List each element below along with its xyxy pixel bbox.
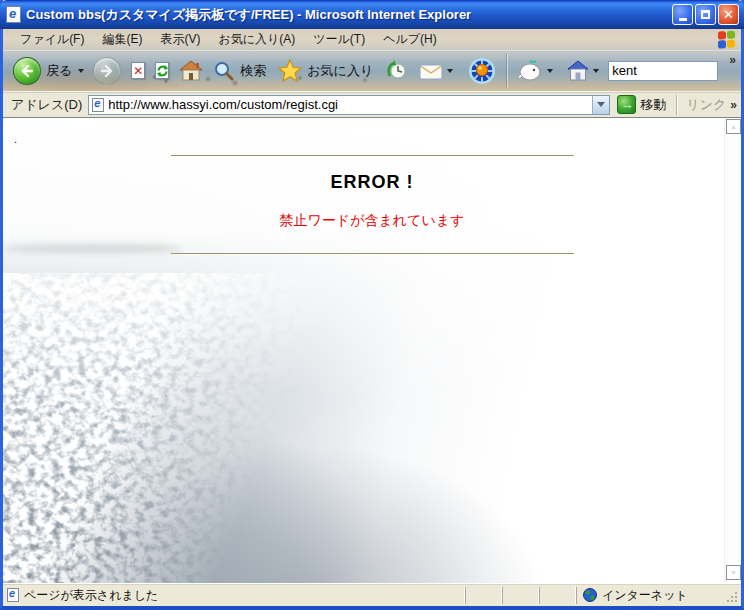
menu-help[interactable]: ヘルプ(H) xyxy=(374,29,446,50)
close-button[interactable]: ✕ xyxy=(718,4,739,25)
stop-icon: ✕ xyxy=(131,62,145,79)
toolbar-search-input[interactable] xyxy=(608,61,718,81)
search-icon xyxy=(213,60,235,82)
minimize-button[interactable] xyxy=(672,4,693,25)
ie-document-icon xyxy=(6,6,21,23)
security-zone-pane: インターネット xyxy=(576,587,741,604)
browser-window: Custom bbs(カスタマイズ掲示板です/FREE) - Microsoft… xyxy=(0,0,744,610)
surf-foam-texture xyxy=(3,273,443,583)
back-icon xyxy=(13,57,41,85)
toolbar-separator xyxy=(506,54,508,88)
go-label[interactable]: 移動 xyxy=(640,96,666,114)
home-alt-icon xyxy=(567,60,589,81)
vertical-scrollbar[interactable]: ▲ ▼ xyxy=(724,118,741,583)
home-alt-dropdown-icon[interactable] xyxy=(593,69,599,73)
links-chevron[interactable]: » xyxy=(730,98,737,112)
refresh-button[interactable] xyxy=(150,54,174,88)
toolbar-background: ファイル(F) 編集(E) 表示(V) お気に入り(A) ツール(T) ヘルプ(… xyxy=(3,29,741,91)
mail-button[interactable] xyxy=(414,54,462,88)
back-button[interactable]: 戻る xyxy=(13,57,88,85)
windows-logo-icon xyxy=(718,30,737,49)
ie-page-icon xyxy=(92,98,104,112)
menu-bar: ファイル(F) 編集(E) 表示(V) お気に入り(A) ツール(T) ヘルプ(… xyxy=(3,29,741,51)
search-label: 検索 xyxy=(240,62,266,80)
gear-orb-button[interactable] xyxy=(462,54,502,88)
status-pane xyxy=(465,587,502,604)
page-content: . ERROR ! 禁止ワードが含まれています ▲ ▼ xyxy=(3,117,741,583)
home-icon xyxy=(179,60,203,81)
scroll-up-button[interactable]: ▲ xyxy=(726,119,741,134)
address-label: アドレス(D) xyxy=(11,96,82,114)
address-combo[interactable]: http://www.hassyi.com/custom/regist.cgi xyxy=(88,95,610,115)
toolbar-overflow-chevron[interactable]: » xyxy=(729,53,736,67)
forward-button[interactable] xyxy=(88,54,126,88)
status-page-icon xyxy=(7,588,19,602)
status-message: ページが表示されました xyxy=(24,587,465,604)
gear-orb-icon xyxy=(467,56,497,86)
back-dropdown-icon[interactable] xyxy=(78,69,84,73)
history-icon xyxy=(385,59,409,83)
mascot-button[interactable] xyxy=(512,54,562,88)
back-label: 戻る xyxy=(46,62,72,80)
maximize-button[interactable] xyxy=(695,4,716,25)
favorites-button[interactable]: お気に入り xyxy=(273,54,380,88)
home-alt-button[interactable] xyxy=(562,54,608,88)
address-separator xyxy=(676,95,678,115)
mascot-dropdown-icon[interactable] xyxy=(547,69,553,73)
security-zone-label: インターネット xyxy=(602,587,688,604)
mail-dropdown-icon[interactable] xyxy=(447,69,453,73)
title-bar[interactable]: Custom bbs(カスタマイズ掲示板です/FREE) - Microsoft… xyxy=(0,0,744,29)
window-title: Custom bbs(カスタマイズ掲示板です/FREE) - Microsoft… xyxy=(26,6,670,24)
address-dropdown-button[interactable] xyxy=(592,96,609,114)
close-icon: ✕ xyxy=(723,8,734,21)
menu-favorites[interactable]: お気に入り(A) xyxy=(209,29,304,50)
internet-globe-icon xyxy=(583,588,597,602)
resize-grip[interactable] xyxy=(735,600,737,602)
menu-edit[interactable]: 編集(E) xyxy=(93,29,151,50)
horizontal-rule-top xyxy=(171,155,574,157)
standard-toolbar: 戻る ✕ xyxy=(3,51,741,90)
go-button[interactable]: → xyxy=(617,95,636,114)
search-button[interactable]: 検索 xyxy=(208,54,273,88)
mascot-icon xyxy=(517,59,543,83)
minimize-icon xyxy=(679,18,687,21)
chevron-down-icon xyxy=(597,102,605,107)
error-message: 禁止ワードが含まれています xyxy=(3,212,741,230)
stop-button[interactable]: ✕ xyxy=(126,54,150,88)
favorites-star-icon xyxy=(278,59,302,82)
history-button[interactable] xyxy=(380,54,414,88)
maximize-icon xyxy=(701,10,710,19)
refresh-icon xyxy=(155,62,169,79)
scroll-down-button[interactable]: ▼ xyxy=(726,565,741,580)
forward-icon xyxy=(93,57,121,85)
error-title: ERROR ! xyxy=(3,172,741,193)
menu-file[interactable]: ファイル(F) xyxy=(11,29,93,50)
address-bar: アドレス(D) http://www.hassyi.com/custom/reg… xyxy=(3,91,741,117)
status-pane xyxy=(502,587,539,604)
links-label[interactable]: リンク xyxy=(686,96,726,114)
address-url[interactable]: http://www.hassyi.com/custom/regist.cgi xyxy=(108,97,592,112)
mail-icon xyxy=(419,62,443,80)
scroll-down-icon: ▼ xyxy=(730,569,737,576)
go-arrow-icon: → xyxy=(620,97,633,112)
home-button[interactable] xyxy=(174,54,208,88)
scroll-up-icon: ▲ xyxy=(730,123,737,130)
menu-tools[interactable]: ツール(T) xyxy=(304,29,374,50)
horizontal-rule-bottom xyxy=(171,253,574,255)
status-pane xyxy=(539,587,576,604)
favorites-label: お気に入り xyxy=(307,62,373,80)
error-page-body: . ERROR ! 禁止ワードが含まれています xyxy=(3,118,741,255)
menu-view[interactable]: 表示(V) xyxy=(151,29,209,50)
status-bar: ページが表示されました インターネット xyxy=(3,583,741,606)
leading-dot: . xyxy=(3,118,741,147)
